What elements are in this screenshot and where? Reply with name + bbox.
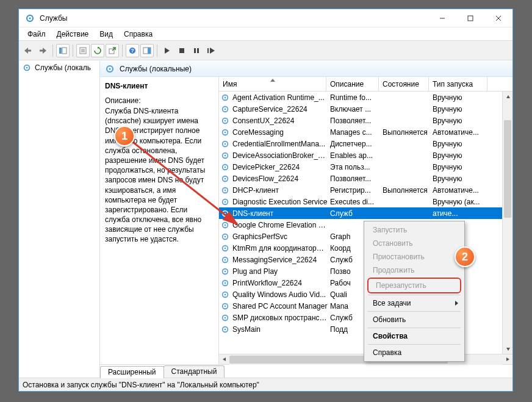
tab-standard[interactable]: Стандартный — [164, 365, 225, 378]
svg-rect-8 — [59, 48, 62, 54]
menu-action[interactable]: Действие — [52, 29, 94, 40]
scroll-up-button[interactable] — [503, 92, 513, 102]
col-start-type[interactable]: Тип запуска — [429, 77, 487, 91]
svg-rect-6 — [27, 49, 31, 51]
tab-extended[interactable]: Расширенный — [100, 366, 164, 378]
vertical-scrollbar[interactable] — [502, 92, 512, 354]
gear-icon — [220, 290, 230, 300]
ctx-restart[interactable]: Перезапустить — [367, 278, 461, 293]
service-row[interactable]: DevicePicker_22624Эта польз...Вручную — [219, 161, 512, 173]
col-state[interactable]: Состояние — [379, 77, 429, 91]
col-description[interactable]: Описание — [326, 77, 379, 91]
cell-start-type: Вручную — [430, 117, 503, 125]
scroll-down-button[interactable] — [503, 343, 513, 354]
tree-item-services-local[interactable]: Службы (локаль — [19, 61, 99, 74]
gear-icon — [220, 197, 230, 207]
svg-rect-7 — [40, 49, 43, 51]
service-row[interactable]: DNS-клиентСлужбатиче... — [219, 207, 512, 219]
stop-button[interactable] — [175, 44, 189, 57]
cell-name: CredentialEnrollmentMana... — [232, 140, 328, 148]
context-menu: Запустить Остановить Приостановить Продо… — [364, 221, 465, 362]
cell-description: Служб — [328, 209, 380, 218]
ctx-pause[interactable]: Приостановить — [365, 250, 463, 264]
cell-description: Регистрир... — [328, 186, 380, 195]
svg-point-60 — [225, 282, 226, 283]
gear-icon — [220, 127, 230, 137]
service-row[interactable]: DevicesFlow_22624Позволяет...Вручную — [219, 173, 512, 184]
window-title: Службы — [40, 14, 67, 23]
svg-point-66 — [225, 317, 226, 318]
ctx-all-tasks[interactable]: Все задачи — [365, 296, 463, 310]
play-button[interactable] — [160, 44, 174, 57]
export-button[interactable] — [106, 44, 119, 57]
gear-icon — [220, 185, 230, 195]
cell-start-type: Вручную — [430, 93, 503, 102]
service-row[interactable]: Diagnostic Execution ServiceExecutes di.… — [219, 196, 512, 207]
gear-icon — [220, 255, 230, 265]
cell-start-type: Вручную — [430, 163, 503, 171]
service-row[interactable]: CoreMessagingManages c...ВыполняетсяАвто… — [219, 126, 512, 138]
console-tree[interactable]: Службы (локаль — [19, 61, 100, 378]
cell-name: CoreMessaging — [232, 128, 328, 137]
svg-point-50 — [225, 224, 226, 225]
pause-button[interactable] — [190, 44, 203, 57]
maximize-button[interactable] — [456, 9, 484, 27]
ctx-stop[interactable]: Остановить — [365, 237, 463, 250]
cell-name: Agent Activation Runtime_... — [232, 93, 328, 102]
svg-rect-3 — [468, 16, 473, 21]
cell-description: Эта польз... — [328, 163, 380, 171]
ctx-properties[interactable]: Свойства — [365, 329, 463, 343]
cell-name: PrintWorkflow_22624 — [232, 279, 328, 287]
ctx-resume[interactable]: Продолжить — [365, 264, 463, 277]
cell-name: CaptureService_22624 — [232, 105, 328, 113]
restart-play-button[interactable] — [204, 44, 218, 57]
gear-icon — [220, 220, 230, 230]
action-panel-button[interactable] — [140, 44, 154, 57]
service-row[interactable]: CaptureService_22624Включает ...Вручную — [219, 103, 512, 115]
titlebar[interactable]: Службы — [19, 9, 512, 27]
scroll-thumb[interactable] — [504, 120, 511, 218]
svg-point-56 — [225, 259, 226, 260]
menu-view[interactable]: Вид — [95, 29, 118, 40]
back-button[interactable] — [21, 44, 35, 57]
gear-icon — [220, 93, 230, 102]
service-row[interactable]: ConsentUX_22624Позволяет...Вручную — [219, 115, 512, 126]
service-row[interactable]: CredentialEnrollmentMana...Диспетчер...В… — [219, 138, 512, 149]
close-button[interactable] — [484, 9, 512, 27]
gear-icon — [23, 63, 31, 72]
svg-point-38 — [225, 154, 226, 156]
service-row[interactable]: DeviceAssociationBroker_2...Enables ap..… — [219, 149, 512, 161]
ctx-help[interactable]: Справка — [365, 346, 463, 359]
gear-icon — [220, 278, 230, 288]
cell-description: Диспетчер... — [328, 140, 380, 148]
cell-description: Executes di... — [328, 198, 380, 206]
selected-service-title: DNS-клиент — [105, 82, 214, 90]
service-row[interactable]: Agent Activation Runtime_...Runtime fo..… — [219, 92, 512, 103]
gear-icon — [24, 12, 36, 24]
scroll-left-button[interactable] — [219, 354, 229, 365]
gear-icon — [220, 209, 230, 218]
show-hide-tree-button[interactable] — [56, 44, 70, 57]
menu-file[interactable]: Файл — [23, 29, 51, 40]
gear-icon — [105, 64, 115, 74]
svg-point-62 — [225, 293, 226, 295]
gear-icon — [220, 151, 230, 160]
ctx-start[interactable]: Запустить — [365, 223, 463, 237]
cell-start-type: атиче... — [430, 209, 503, 218]
forward-button[interactable] — [36, 44, 49, 57]
svg-point-54 — [225, 247, 226, 248]
svg-point-36 — [225, 143, 226, 144]
ctx-refresh[interactable]: Обновить — [365, 313, 463, 326]
scroll-right-button[interactable] — [502, 354, 512, 365]
properties-button[interactable] — [76, 44, 90, 57]
menu-help[interactable]: Справка — [119, 29, 157, 40]
annotation-badge-2: 2 — [455, 246, 475, 267]
refresh-button[interactable] — [91, 44, 104, 57]
help-button[interactable]: ? — [126, 44, 139, 57]
gear-icon — [220, 232, 230, 242]
service-row[interactable]: DHCP-клиентРегистрир...ВыполняетсяАвтома… — [219, 184, 512, 196]
minimize-button[interactable] — [428, 9, 456, 27]
col-name[interactable]: Имя — [219, 77, 326, 91]
svg-point-58 — [225, 270, 226, 271]
gear-icon — [220, 313, 230, 323]
